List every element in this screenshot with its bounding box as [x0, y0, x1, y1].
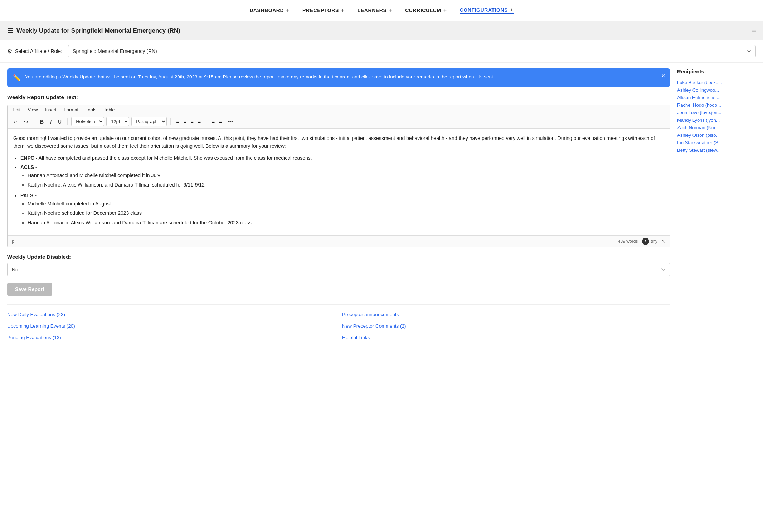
tinymce-badge: t tiny — [642, 238, 657, 245]
nav-preceptors[interactable]: PRECEPTORS + — [302, 7, 345, 14]
recipients-title: Recipients: — [677, 68, 756, 74]
menu-format[interactable]: Format — [64, 107, 78, 112]
nav-configurations[interactable]: CONFIGURATIONS + — [460, 7, 514, 14]
menu-tools[interactable]: Tools — [86, 107, 96, 112]
recipient-item[interactable]: Ashley Olson (olso... — [677, 131, 756, 139]
pencil-icon: ✏️ — [13, 74, 21, 82]
italic-button[interactable]: I — [48, 117, 54, 126]
toolbar-separator-3 — [170, 118, 171, 125]
editor-tag: p — [12, 239, 14, 244]
editor-footer: p 439 words t tiny ⤡ — [8, 235, 670, 247]
footer-links: New Daily Evaluations (23) Upcoming Lear… — [7, 304, 670, 342]
recipient-item[interactable]: Zach Norman (Nor... — [677, 124, 756, 131]
preceptor-announcements-link[interactable]: Preceptor announcements — [342, 310, 670, 319]
undo-button[interactable]: ↩ — [11, 117, 20, 126]
alert-message: You are editing a Weekly Update that wil… — [25, 73, 494, 81]
disabled-field-group: Weekly Update Disabled: No — [7, 254, 670, 276]
page-title: Weekly Update for Springfield Memorial E… — [16, 27, 180, 34]
font-size-select[interactable]: 12pt — [106, 117, 129, 126]
toolbar-separator-4 — [206, 118, 206, 125]
editor-toolbar: ↩ ↪ B I U Helvetica 12pt Paragraph ≡ — [8, 115, 670, 129]
main-column: ✏️ You are editing a Weekly Update that … — [7, 68, 670, 342]
title-bar: ☰ Weekly Update for Springfield Memorial… — [0, 21, 763, 40]
editor-section-label: Weekly Report Update Text: — [7, 94, 670, 100]
toolbar-separator-1 — [34, 118, 34, 125]
editor-menubar: Edit View Insert Format Tools Table — [8, 105, 670, 115]
recipient-item[interactable]: Luke Becker (becke... — [677, 79, 756, 86]
nav-learners[interactable]: LEARNERS + — [358, 7, 392, 14]
bold-button[interactable]: B — [38, 117, 46, 126]
new-daily-evaluations-link[interactable]: New Daily Evaluations (23) — [7, 310, 335, 319]
hamburger-icon[interactable]: ☰ — [7, 27, 13, 35]
content-area: ✏️ You are editing a Weekly Update that … — [0, 63, 763, 348]
recipients-list: Luke Becker (becke...Ashley Collingwoo..… — [677, 79, 756, 154]
select-label-text: Select Affiliate / Role: — [15, 48, 62, 54]
alert-banner: ✏️ You are editing a Weekly Update that … — [7, 68, 670, 87]
recipient-item[interactable]: Jenn Love (love.jen... — [677, 109, 756, 116]
alignment-group: ≡ ≡ ≡ ≡ — [174, 118, 203, 126]
filter-icon: ⚙ — [7, 48, 12, 55]
align-justify-button[interactable]: ≡ — [196, 118, 203, 126]
recipient-item[interactable]: Ashley Collingwoo... — [677, 86, 756, 94]
resize-handle[interactable]: ⤡ — [662, 239, 665, 244]
menu-edit[interactable]: Edit — [13, 107, 20, 112]
footer-right-col: Preceptor announcements New Preceptor Co… — [342, 310, 670, 342]
menu-view[interactable]: View — [28, 107, 38, 112]
recipient-item[interactable]: Mandy Lyons (lyon... — [677, 116, 756, 124]
upcoming-learning-events-link[interactable]: Upcoming Learning Events (20) — [7, 322, 335, 330]
redo-button[interactable]: ↪ — [22, 117, 30, 126]
align-center-button[interactable]: ≡ — [181, 118, 188, 126]
footer-left-col: New Daily Evaluations (23) Upcoming Lear… — [7, 310, 335, 342]
underline-button[interactable]: U — [56, 117, 64, 126]
font-family-select[interactable]: Helvetica — [71, 117, 104, 126]
menu-table[interactable]: Table — [103, 107, 115, 112]
list-group: ≡ ≡ — [210, 118, 224, 126]
pending-evaluations-link[interactable]: Pending Evaluations (13) — [7, 333, 335, 342]
ordered-list-button[interactable]: ≡ — [217, 118, 224, 126]
recipient-item[interactable]: Rachel Hodo (hodo... — [677, 101, 756, 109]
top-navigation: DASHBOARD + PRECEPTORS + LEARNERS + CURR… — [0, 0, 763, 21]
paragraph-style-select[interactable]: Paragraph — [131, 117, 167, 126]
more-options-button[interactable]: ••• — [226, 117, 235, 126]
recipient-item[interactable]: Betty Stewart (stew... — [677, 146, 756, 154]
new-preceptor-comments-link[interactable]: New Preceptor Comments (2) — [342, 322, 670, 330]
unordered-list-button[interactable]: ≡ — [210, 118, 217, 126]
align-right-button[interactable]: ≡ — [189, 118, 195, 126]
helpful-links-link[interactable]: Helpful Links — [342, 333, 670, 342]
recipient-item[interactable]: Ian Starkweather (S... — [677, 139, 756, 146]
word-count: 439 words — [618, 239, 638, 244]
nav-dashboard[interactable]: DASHBOARD + — [249, 7, 290, 14]
align-left-button[interactable]: ≡ — [174, 118, 181, 126]
rich-text-editor: Edit View Insert Format Tools Table ↩ ↪ … — [7, 105, 670, 247]
toolbar-separator-2 — [67, 118, 68, 125]
affiliate-role-select[interactable]: Springfield Memorial Emergency (RN) — [68, 45, 756, 57]
disabled-select[interactable]: No — [7, 263, 670, 276]
affiliate-select-row: ⚙ Select Affiliate / Role: Springfield M… — [0, 40, 763, 63]
disabled-field-label: Weekly Update Disabled: — [7, 254, 670, 260]
minimize-button[interactable]: – — [752, 26, 756, 35]
tinymce-logo: t — [642, 238, 649, 245]
recipients-sidebar: Recipients: Luke Becker (becke...Ashley … — [677, 68, 756, 342]
editor-content-area[interactable]: Good morning! I wanted to provide an upd… — [8, 129, 670, 235]
nav-curriculum[interactable]: CURRICULUM + — [405, 7, 447, 14]
save-report-button[interactable]: Save Report — [7, 283, 52, 296]
close-icon[interactable]: × — [662, 73, 665, 79]
recipient-item[interactable]: Allison Helmerichs ... — [677, 94, 756, 101]
menu-insert[interactable]: Insert — [45, 107, 57, 112]
